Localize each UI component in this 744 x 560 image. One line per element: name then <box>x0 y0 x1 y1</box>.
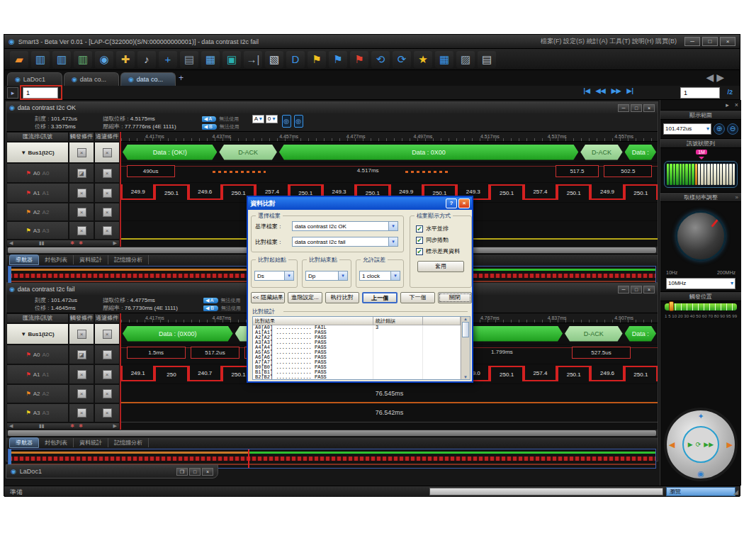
checkbox-show-diff[interactable]: ✔ <box>416 248 423 255</box>
flag-red-icon[interactable]: ⚑ <box>350 51 368 68</box>
goto-cursor-b-icon[interactable]: ◎ <box>294 115 303 128</box>
data-segment[interactable]: Data : <box>625 326 656 342</box>
tool-tab-3[interactable]: 記憶體分析 <box>108 438 149 447</box>
filter-condition-cell[interactable]: × <box>94 183 120 203</box>
maximize-button[interactable]: □ <box>631 286 642 293</box>
dialog-close-button[interactable]: × <box>458 198 470 208</box>
channel-name[interactable]: ⚑A1A1 <box>6 364 69 384</box>
cursor-chip-a[interactable]: ◀ A無法使用 <box>203 296 241 304</box>
pin-icon[interactable]: ▸ <box>726 101 729 108</box>
trigger-condition-cell[interactable]: × <box>69 221 94 240</box>
window-layout-icon[interactable]: ▣ <box>222 51 241 68</box>
trigger-condition-cell[interactable]: ◪ <box>69 345 94 364</box>
result-row[interactable]: B0[B0] ............ PASS <box>253 365 461 370</box>
filter-condition-cell[interactable]: × <box>94 221 120 240</box>
tolerance-select[interactable]: 1 clock▾ <box>359 271 400 281</box>
ack-segment[interactable]: D-ACK <box>565 326 623 342</box>
result-row[interactable]: A5[A5] ............ PASS <box>253 350 461 355</box>
memory-icon[interactable]: ▤ <box>180 51 198 68</box>
trigger-condition-cell[interactable]: × <box>69 142 94 163</box>
close-compare-button[interactable]: 關閉 <box>438 292 472 303</box>
channel-row-a0[interactable]: ⚑A0A0◪× <box>6 163 120 183</box>
cursor-chip-b[interactable]: ◀ B無法使用 <box>203 304 241 312</box>
bus-data-row[interactable]: Data : (OK!)D-ACKData : 0X00D-ACKData : <box>121 142 658 163</box>
wheel-right-icon[interactable]: ▶ <box>727 440 733 449</box>
filter-condition-cell[interactable]: × <box>94 384 120 403</box>
filter-condition-cell[interactable]: × <box>94 345 120 364</box>
connect-icon[interactable]: →| <box>244 51 262 68</box>
overview-globe-icon[interactable]: ◉ <box>697 469 704 478</box>
channel-row-a3[interactable]: ⚑A3A3×× <box>6 221 120 240</box>
compare-files-icon[interactable]: ▧ <box>265 51 283 68</box>
trigger-position-slider[interactable] <box>665 303 737 310</box>
channel-name[interactable]: ▼ Bus1(I2C) <box>6 323 69 345</box>
trigger-slider-thumb[interactable] <box>669 301 674 311</box>
grid-tool-icons[interactable]: ✱✱ <box>70 240 87 246</box>
checkbox-horizontal[interactable]: ✔ <box>416 225 423 233</box>
tool-tab-1[interactable]: 封包列表 <box>39 255 74 264</box>
filter-condition-cell[interactable]: × <box>94 142 120 163</box>
tool-tab-0[interactable]: 導航器 <box>9 437 39 448</box>
wheel-center[interactable]: ▶ ⟳ ▶▶ <box>682 426 719 463</box>
close-button[interactable]: × <box>202 468 213 476</box>
menu-bar[interactable]: 檔案(F) 設定(S) 統計(A) 工具(T) 說明(H) 購買(B) <box>541 37 677 46</box>
tool-tab-2[interactable]: 資料統計 <box>74 255 108 264</box>
scroll-right-icon[interactable]: ▶ <box>113 423 117 429</box>
filter-condition-cell[interactable]: × <box>94 403 120 422</box>
trigger-condition-cell[interactable]: × <box>69 403 94 422</box>
play-icon[interactable]: ▶ <box>688 441 693 448</box>
filter-condition-icon[interactable]: × <box>103 189 112 198</box>
trigger-condition-cell[interactable]: × <box>69 203 94 221</box>
apply-button[interactable]: 套用 <box>417 261 464 272</box>
tool-tab-0[interactable]: 導航器 <box>9 254 39 265</box>
trigger-condition-icon[interactable]: × <box>77 330 86 339</box>
navigation-wheel[interactable]: ✦ ◀ ▶ ◉ ▶ ⟳ ▶▶ <box>664 408 738 481</box>
save-all-icon[interactable]: ▥ <box>52 51 71 68</box>
doc-tab-2[interactable]: ◉data co... <box>64 72 119 86</box>
tab-scroll-arrows[interactable]: ◀▶ <box>706 72 727 83</box>
channel-row-a2[interactable]: ⚑A2A2×× <box>6 384 120 403</box>
channel-row-bus1-i2c-[interactable]: ▼ Bus1(I2C)×× <box>6 323 120 345</box>
scroll-up-icon[interactable]: ▲ <box>461 317 470 321</box>
filter-condition-cell[interactable]: × <box>94 364 120 384</box>
cursor-chip-a[interactable]: ◀ A無法使用 <box>202 115 239 123</box>
zoom-redo-icon[interactable]: ⟳ <box>393 51 411 68</box>
snapshot-icon[interactable]: ◉ <box>95 51 113 68</box>
goto-cursor-a-icon[interactable]: ◎ <box>282 115 291 128</box>
grid-header-2[interactable]: 過濾條件 <box>94 313 120 323</box>
zoom-out-icon[interactable]: ⊖ <box>727 123 738 135</box>
previous-button[interactable]: 上一個 <box>362 292 398 303</box>
data-segment[interactable]: Data : <box>625 145 656 160</box>
channel-row-a1[interactable]: ⚑A1A1×× <box>6 364 120 384</box>
trigger-condition-cell[interactable]: × <box>69 183 94 203</box>
channel-name[interactable]: ⚑A2A2 <box>6 203 69 221</box>
trigger-condition-icon[interactable]: × <box>77 370 86 379</box>
list-scrollbar[interactable]: ▲ ▼ <box>461 317 470 379</box>
resize-grip[interactable]: ◢ <box>733 488 738 495</box>
tool-tab-2[interactable]: 資料統計 <box>74 438 108 447</box>
filter-condition-icon[interactable]: × <box>103 226 112 235</box>
zoom-undo-icon[interactable]: ⟲ <box>371 51 390 68</box>
result-row[interactable]: B1[B1] ............ PASS <box>253 370 461 375</box>
new-tab-button[interactable]: + <box>179 73 184 83</box>
trigger-condition-cell[interactable]: × <box>69 323 94 345</box>
ack-segment[interactable]: D-ACK <box>580 145 622 160</box>
fast-forward-icon[interactable]: ▶▶ <box>704 441 714 448</box>
close-button[interactable]: × <box>720 37 735 46</box>
grid-header-1[interactable]: 觸發條件 <box>69 132 94 142</box>
save-icon[interactable]: ▥ <box>31 51 50 68</box>
filter-condition-icon[interactable]: × <box>103 350 112 359</box>
result-row[interactable]: A0[A0] ............ FAIL3 <box>253 325 461 330</box>
doc-tab-3[interactable]: ◉data co... <box>120 72 176 86</box>
child-window-titlebar[interactable]: ◉data contrast I2c OK─□× <box>6 102 658 113</box>
filter-condition-cell[interactable]: × <box>94 323 120 345</box>
open-file-icon[interactable]: ▰ <box>10 51 28 68</box>
filter-condition-icon[interactable]: × <box>103 148 112 157</box>
add-module-icon[interactable]: + <box>159 51 177 68</box>
ack-segment[interactable]: D-ACK <box>219 145 277 160</box>
filter-condition-icon[interactable]: × <box>103 370 112 379</box>
trigger-condition-cell[interactable]: × <box>69 384 94 403</box>
horizontal-scrollbar[interactable] <box>6 430 658 437</box>
compare-file-select[interactable]: data contrast I2c fail▾ <box>292 237 398 247</box>
trigger-condition-icon[interactable]: × <box>77 189 86 198</box>
